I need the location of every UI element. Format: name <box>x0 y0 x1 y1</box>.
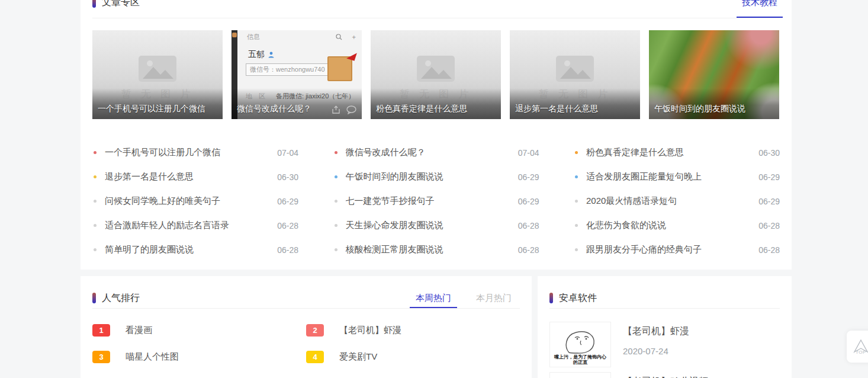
article-list-item[interactable]: 问候女同学晚上好的唯美句子 06-29 <box>92 189 298 213</box>
article-zone-header: 文章专区 技术教程 <box>92 0 780 18</box>
article-date: 06-28 <box>277 221 298 230</box>
wechat-app-title: 信息 <box>247 33 260 41</box>
person-icon <box>268 52 274 58</box>
article-title[interactable]: 适合发朋友圈正能量短句晚上 <box>586 171 753 182</box>
section-title-text: 安卓软件 <box>559 292 597 304</box>
ranking-list: 1 看漫画 2 【老司机】虾漫 3 喵星人个性图 4 爱美剧TV <box>92 324 520 363</box>
article-title[interactable]: 天生操心命发朋友圈说说 <box>346 220 512 231</box>
rank-item[interactable]: 2 【老司机】虾漫 <box>306 324 520 337</box>
meme-caption-text: 嘴上污，是为了掩饰内心的正直 <box>552 354 609 367</box>
tab-this-month-hot[interactable]: 本月热门 <box>476 292 512 304</box>
popularity-ranking-panel: 人气排行 本周热门 本月热门 1 看漫画 2 【老司机】虾漫 3 喵星人个性图 … <box>81 276 532 378</box>
article-date: 06-30 <box>277 172 298 182</box>
article-date: 06-28 <box>518 221 539 230</box>
article-title[interactable]: 简单明了的朋友圈说说 <box>105 244 271 255</box>
plus-icon: ＋ <box>351 33 357 41</box>
rank-badge: 3 <box>92 351 110 363</box>
image-placeholder-icon <box>138 55 177 82</box>
featured-card[interactable]: 暂 无 图 片 退步第一名是什么意思 <box>510 30 640 119</box>
article-zone-panel: 文章专区 技术教程 暂 无 图 片 一个手机号可以注册几个微信 信息 <box>81 0 792 270</box>
rank-label[interactable]: 喵星人个性图 <box>126 351 179 363</box>
top-label: TOP <box>856 350 866 355</box>
rank-item[interactable]: 4 爱美剧TV <box>306 351 520 363</box>
article-title[interactable]: 核酸检测正常朋友圈说说 <box>346 244 512 255</box>
article-list-item[interactable]: 七一建党节手抄报句子 06-29 <box>333 189 539 213</box>
article-title[interactable]: 微信号改成什么呢？ <box>346 147 512 158</box>
card-caption-text[interactable]: 微信号改成什么呢？ <box>237 104 326 114</box>
article-list-item[interactable]: 一个手机号可以注册几个微信 07-04 <box>92 140 298 165</box>
article-title[interactable]: 跟男朋友分手心痛的经典句子 <box>586 244 753 255</box>
card-caption-text[interactable]: 粉色真香定律是什么意思 <box>376 104 496 114</box>
card-caption-text[interactable]: 午饭时间到的朋友圈说说 <box>654 104 774 114</box>
avatar <box>327 56 352 81</box>
section-title-text: 文章专区 <box>102 0 140 8</box>
rank-label[interactable]: 爱美剧TV <box>339 351 377 363</box>
featured-card[interactable]: 暂 无 图 片 粉色真香定律是什么意思 <box>371 30 501 119</box>
article-list-item[interactable]: 适合激励年轻人的励志名言语录 06-28 <box>92 213 298 238</box>
article-list-item[interactable]: 跟男朋友分手心痛的经典句子 06-28 <box>574 238 780 262</box>
rank-label[interactable]: 【老司机】虾漫 <box>339 325 401 336</box>
android-software-panel: 安卓软件 嘴上污，是为了掩饰内心的正直 【老司机】虾漫 2020-07-24 【… <box>538 276 792 378</box>
featured-card[interactable]: 午饭时间到的朋友圈说说 <box>649 30 779 119</box>
card-caption-text[interactable]: 退步第一名是什么意思 <box>515 104 635 114</box>
tech-tutorial-link[interactable]: 技术教程 <box>740 0 780 8</box>
back-to-top-button[interactable]: TOP <box>847 331 868 363</box>
app-thumbnail: 嘴上污，是为了掩饰内心的正直 <box>549 322 611 367</box>
app-info: 【老司机】鸡儿视频 <box>623 372 708 378</box>
rank-badge: 4 <box>306 351 324 363</box>
ranking-tabs: 本周热门 本月热门 <box>416 288 512 308</box>
app-list-item[interactable]: 嘴上污，是为了掩饰内心的正直 【老司机】虾漫 2020-07-24 <box>549 322 780 367</box>
card-caption: 午饭时间到的朋友圈说说 <box>649 88 779 119</box>
article-title[interactable]: 适合激励年轻人的励志名言语录 <box>105 220 271 231</box>
rank-item[interactable]: 1 看漫画 <box>92 324 306 337</box>
article-title[interactable]: 午饭时间到的朋友圈说说 <box>346 171 512 182</box>
article-title[interactable]: 七一建党节手抄报句子 <box>346 196 512 207</box>
article-list-item[interactable]: 微信号改成什么呢？ 07-04 <box>333 140 539 165</box>
article-list-item[interactable]: 2020最火情感语录短句 06-29 <box>574 189 780 213</box>
article-date: 06-29 <box>277 197 298 206</box>
article-list-item[interactable]: 适合发朋友圈正能量短句晚上 06-29 <box>574 165 780 189</box>
card-caption-text[interactable]: 一个手机号可以注册几个微信 <box>98 104 217 114</box>
bullet-icon <box>94 151 97 154</box>
app-title[interactable]: 【老司机】鸡儿视频 <box>623 376 708 378</box>
app-title[interactable]: 【老司机】虾漫 <box>623 325 689 338</box>
bullet-icon <box>575 200 578 203</box>
article-date: 06-28 <box>758 221 780 230</box>
bullet-icon <box>335 175 337 178</box>
article-list-item[interactable]: 天生操心命发朋友圈说说 06-28 <box>333 213 539 238</box>
wechat-titlebar: 信息 ＋ <box>247 33 357 41</box>
rank-label[interactable]: 看漫画 <box>126 325 152 336</box>
article-list-item[interactable]: 粉色真香定律是什么意思 06-30 <box>574 140 780 165</box>
article-date: 06-30 <box>758 148 780 158</box>
featured-card[interactable]: 暂 无 图 片 一个手机号可以注册几个微信 <box>92 30 223 119</box>
article-list-item[interactable]: 退步第一名是什么意思 06-30 <box>92 165 298 189</box>
android-header: 安卓软件 <box>549 288 780 309</box>
section-title-android: 安卓软件 <box>549 292 597 304</box>
section-title-ranking: 人气排行 <box>92 292 140 304</box>
image-placeholder-icon <box>555 55 594 82</box>
article-date: 06-28 <box>277 245 298 255</box>
article-title[interactable]: 2020最火情感语录短句 <box>586 196 753 207</box>
article-column: 粉色真香定律是什么意思 06-30 适合发朋友圈正能量短句晚上 06-29 20… <box>574 140 780 262</box>
app-list-item[interactable]: 【老司机】鸡儿视频 <box>549 372 780 378</box>
article-title[interactable]: 化悲伤为食欲的说说 <box>586 220 753 231</box>
article-list-item[interactable]: 午饭时间到的朋友圈说说 06-29 <box>333 165 539 189</box>
tab-this-week-hot[interactable]: 本周热门 <box>416 292 451 304</box>
article-title[interactable]: 一个手机号可以注册几个微信 <box>105 147 271 158</box>
rank-item[interactable]: 3 喵星人个性图 <box>92 351 306 363</box>
article-list-item[interactable]: 简单明了的朋友圈说说 06-28 <box>92 238 298 262</box>
bullet-icon <box>335 200 337 203</box>
article-list-item[interactable]: 核酸检测正常朋友圈说说 06-28 <box>333 238 539 262</box>
bullet-icon <box>335 248 337 251</box>
bullet-icon <box>94 248 97 251</box>
wechat-profile-name: 五郁 <box>248 49 274 60</box>
article-list-item[interactable]: 化悲伤为食欲的说说 06-28 <box>574 213 780 238</box>
section-bar-icon <box>549 293 553 303</box>
article-title[interactable]: 问候女同学晚上好的唯美句子 <box>105 196 271 207</box>
featured-card[interactable]: 信息 ＋ 五郁 微信号：wenzhongwu740 地 区 <box>232 30 362 119</box>
article-date: 06-28 <box>518 245 539 255</box>
share-icon <box>332 105 340 114</box>
article-title[interactable]: 退步第一名是什么意思 <box>105 171 271 182</box>
article-title[interactable]: 粉色真香定律是什么意思 <box>586 147 753 158</box>
bullet-icon <box>335 224 337 227</box>
